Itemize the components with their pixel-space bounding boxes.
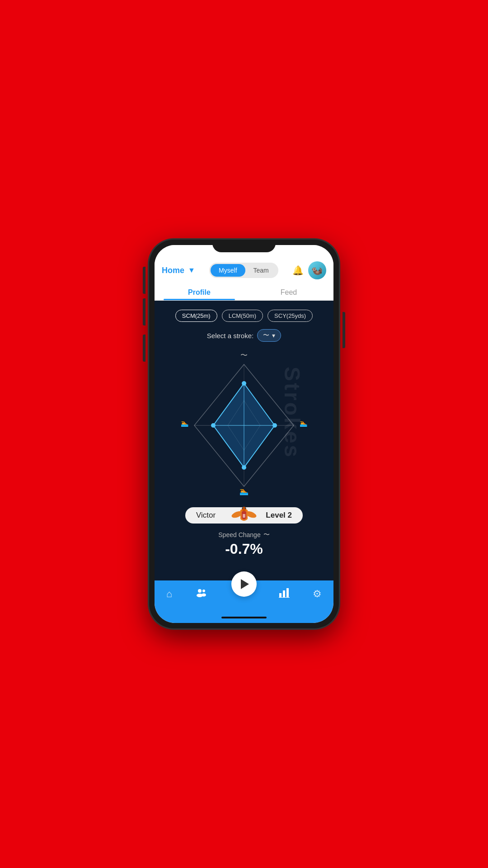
- home-nav-icon: ⌂: [166, 588, 172, 600]
- stroke-selector-label: Select a stroke:: [207, 332, 253, 340]
- svg-point-20: [245, 508, 246, 509]
- badge-emblem: II: [230, 502, 258, 529]
- tab-feed[interactable]: Feed: [244, 283, 333, 300]
- gear-icon: ⚙: [313, 588, 322, 600]
- phone-notch: [212, 240, 276, 252]
- svg-rect-27: [286, 588, 289, 597]
- nav-home[interactable]: ⌂: [166, 588, 172, 601]
- svg-point-22: [202, 590, 205, 592]
- victor-badge[interactable]: Victor II Level 2: [185, 507, 303, 524]
- victor-level: Level 2: [266, 511, 292, 520]
- home-label: Home: [162, 266, 184, 275]
- victor-name: Victor: [196, 511, 216, 520]
- radar-svg: [185, 360, 303, 491]
- pill-scm[interactable]: SCM(25m): [175, 310, 217, 322]
- myself-toggle[interactable]: Myself: [211, 264, 245, 277]
- svg-rect-28: [279, 597, 290, 598]
- stroke-selector: Select a stroke: 〜 ▾: [207, 329, 281, 342]
- nav-settings[interactable]: ⚙: [313, 588, 322, 601]
- filter-icon[interactable]: ▼: [188, 266, 195, 274]
- radar-chart: 〜 🏊 🏊 🏊: [181, 351, 307, 495]
- home-indicator: [221, 617, 267, 618]
- team-nav-icon: [195, 588, 207, 600]
- phone-frame: Home ▼ Myself Team 🔔 🦦 Profile Feed: [149, 240, 339, 628]
- bottom-nav: ⌂: [155, 580, 333, 612]
- view-toggle: Myself Team: [209, 263, 278, 278]
- chart-icon-svg: [279, 588, 290, 598]
- stroke-icon: 〜: [263, 331, 269, 340]
- header-right: 🔔 🦦: [292, 261, 326, 279]
- svg-point-24: [202, 594, 206, 597]
- play-icon: [241, 579, 249, 589]
- radar-top-label: 〜: [240, 351, 248, 360]
- pill-scy[interactable]: SCY(25yds): [267, 310, 313, 322]
- svg-point-18: [242, 507, 246, 511]
- svg-rect-26: [283, 590, 285, 597]
- speed-change-section: Speed Change 〜 -0.7%: [218, 531, 269, 557]
- team-toggle[interactable]: Team: [245, 264, 277, 277]
- svg-rect-25: [279, 593, 282, 597]
- speed-value: -0.7%: [218, 541, 269, 557]
- speed-label: Speed Change 〜: [218, 531, 269, 539]
- pill-lcm[interactable]: LCM(50m): [222, 310, 263, 322]
- header-left: Home ▼: [162, 266, 195, 275]
- phone-screen: Home ▼ Myself Team 🔔 🦦 Profile Feed: [155, 245, 333, 623]
- home-indicator-bar: [155, 612, 333, 623]
- course-pills: SCM(25m) LCM(50m) SCY(25yds): [175, 310, 313, 322]
- stroke-dropdown[interactable]: 〜 ▾: [257, 329, 281, 342]
- chart-nav-icon: [279, 588, 290, 600]
- stroke-mini-icon: 〜: [263, 531, 270, 539]
- tab-profile[interactable]: Profile: [155, 283, 244, 300]
- svg-point-19: [242, 508, 244, 509]
- svg-text:II: II: [243, 513, 245, 519]
- play-button[interactable]: [231, 571, 257, 597]
- tab-bar: Profile Feed: [155, 283, 333, 301]
- main-content: Strokes SCM(25m) LCM(50m) SCY(25yds) Sel…: [155, 301, 333, 580]
- bell-icon[interactable]: 🔔: [292, 265, 304, 276]
- team-icon-svg: [195, 588, 207, 598]
- svg-point-21: [198, 589, 202, 593]
- nav-team[interactable]: [195, 588, 207, 601]
- nav-chart[interactable]: [279, 588, 290, 601]
- chevron-down-icon: ▾: [272, 332, 275, 339]
- avatar[interactable]: 🦦: [308, 261, 326, 279]
